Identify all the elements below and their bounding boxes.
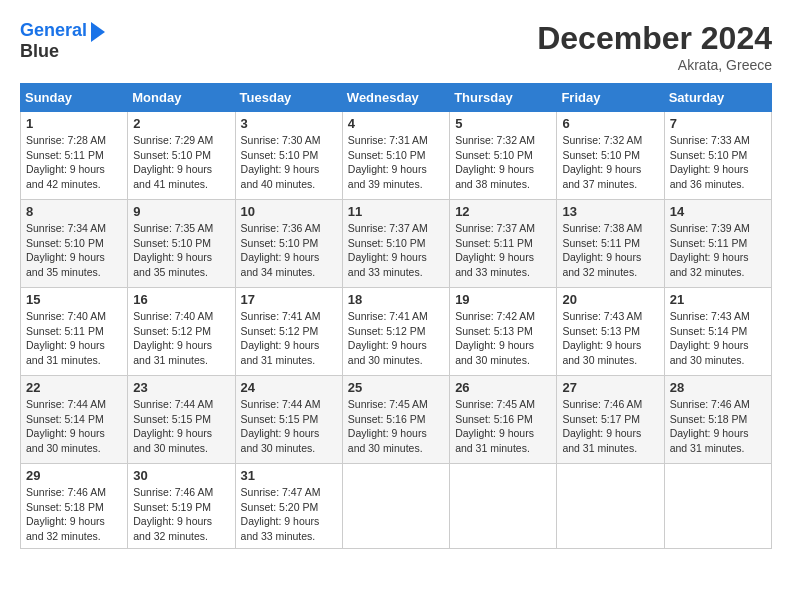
day-number: 27 <box>562 380 658 395</box>
day-number: 4 <box>348 116 444 131</box>
cell-sun-info: Sunrise: 7:29 AMSunset: 5:10 PMDaylight:… <box>133 133 229 192</box>
cell-sun-info: Sunrise: 7:41 AMSunset: 5:12 PMDaylight:… <box>348 309 444 368</box>
cell-sun-info: Sunrise: 7:32 AMSunset: 5:10 PMDaylight:… <box>562 133 658 192</box>
calendar-cell: 10Sunrise: 7:36 AMSunset: 5:10 PMDayligh… <box>235 200 342 288</box>
month-title: December 2024 <box>537 20 772 57</box>
calendar-week-row: 29Sunrise: 7:46 AMSunset: 5:18 PMDayligh… <box>21 464 772 549</box>
calendar-cell: 18Sunrise: 7:41 AMSunset: 5:12 PMDayligh… <box>342 288 449 376</box>
col-header-wednesday: Wednesday <box>342 84 449 112</box>
logo-text: General <box>20 21 87 41</box>
calendar-cell: 15Sunrise: 7:40 AMSunset: 5:11 PMDayligh… <box>21 288 128 376</box>
calendar-week-row: 22Sunrise: 7:44 AMSunset: 5:14 PMDayligh… <box>21 376 772 464</box>
cell-sun-info: Sunrise: 7:47 AMSunset: 5:20 PMDaylight:… <box>241 485 337 544</box>
cell-sun-info: Sunrise: 7:40 AMSunset: 5:12 PMDaylight:… <box>133 309 229 368</box>
cell-sun-info: Sunrise: 7:45 AMSunset: 5:16 PMDaylight:… <box>455 397 551 456</box>
day-number: 18 <box>348 292 444 307</box>
day-number: 8 <box>26 204 122 219</box>
day-number: 14 <box>670 204 766 219</box>
calendar-cell: 3Sunrise: 7:30 AMSunset: 5:10 PMDaylight… <box>235 112 342 200</box>
day-number: 15 <box>26 292 122 307</box>
cell-sun-info: Sunrise: 7:44 AMSunset: 5:15 PMDaylight:… <box>241 397 337 456</box>
cell-sun-info: Sunrise: 7:44 AMSunset: 5:15 PMDaylight:… <box>133 397 229 456</box>
col-header-saturday: Saturday <box>664 84 771 112</box>
cell-sun-info: Sunrise: 7:34 AMSunset: 5:10 PMDaylight:… <box>26 221 122 280</box>
col-header-monday: Monday <box>128 84 235 112</box>
logo: General Blue <box>20 20 105 62</box>
day-number: 20 <box>562 292 658 307</box>
day-number: 23 <box>133 380 229 395</box>
day-number: 28 <box>670 380 766 395</box>
day-number: 25 <box>348 380 444 395</box>
day-number: 3 <box>241 116 337 131</box>
calendar-cell: 29Sunrise: 7:46 AMSunset: 5:18 PMDayligh… <box>21 464 128 549</box>
col-header-tuesday: Tuesday <box>235 84 342 112</box>
calendar-cell <box>450 464 557 549</box>
calendar-cell: 6Sunrise: 7:32 AMSunset: 5:10 PMDaylight… <box>557 112 664 200</box>
col-header-friday: Friday <box>557 84 664 112</box>
cell-sun-info: Sunrise: 7:45 AMSunset: 5:16 PMDaylight:… <box>348 397 444 456</box>
day-number: 13 <box>562 204 658 219</box>
title-block: December 2024 Akrata, Greece <box>537 20 772 73</box>
calendar-cell: 5Sunrise: 7:32 AMSunset: 5:10 PMDaylight… <box>450 112 557 200</box>
calendar-cell: 31Sunrise: 7:47 AMSunset: 5:20 PMDayligh… <box>235 464 342 549</box>
calendar-cell: 20Sunrise: 7:43 AMSunset: 5:13 PMDayligh… <box>557 288 664 376</box>
cell-sun-info: Sunrise: 7:46 AMSunset: 5:19 PMDaylight:… <box>133 485 229 544</box>
calendar-cell: 13Sunrise: 7:38 AMSunset: 5:11 PMDayligh… <box>557 200 664 288</box>
calendar-cell: 25Sunrise: 7:45 AMSunset: 5:16 PMDayligh… <box>342 376 449 464</box>
cell-sun-info: Sunrise: 7:37 AMSunset: 5:10 PMDaylight:… <box>348 221 444 280</box>
day-number: 31 <box>241 468 337 483</box>
day-number: 5 <box>455 116 551 131</box>
calendar-cell: 17Sunrise: 7:41 AMSunset: 5:12 PMDayligh… <box>235 288 342 376</box>
cell-sun-info: Sunrise: 7:35 AMSunset: 5:10 PMDaylight:… <box>133 221 229 280</box>
cell-sun-info: Sunrise: 7:46 AMSunset: 5:17 PMDaylight:… <box>562 397 658 456</box>
calendar-cell: 26Sunrise: 7:45 AMSunset: 5:16 PMDayligh… <box>450 376 557 464</box>
cell-sun-info: Sunrise: 7:33 AMSunset: 5:10 PMDaylight:… <box>670 133 766 192</box>
calendar-cell <box>557 464 664 549</box>
calendar-cell: 9Sunrise: 7:35 AMSunset: 5:10 PMDaylight… <box>128 200 235 288</box>
cell-sun-info: Sunrise: 7:41 AMSunset: 5:12 PMDaylight:… <box>241 309 337 368</box>
page-header: General Blue December 2024 Akrata, Greec… <box>20 20 772 73</box>
calendar-cell: 23Sunrise: 7:44 AMSunset: 5:15 PMDayligh… <box>128 376 235 464</box>
cell-sun-info: Sunrise: 7:46 AMSunset: 5:18 PMDaylight:… <box>670 397 766 456</box>
calendar-cell: 24Sunrise: 7:44 AMSunset: 5:15 PMDayligh… <box>235 376 342 464</box>
calendar-cell <box>342 464 449 549</box>
cell-sun-info: Sunrise: 7:39 AMSunset: 5:11 PMDaylight:… <box>670 221 766 280</box>
cell-sun-info: Sunrise: 7:38 AMSunset: 5:11 PMDaylight:… <box>562 221 658 280</box>
calendar-cell: 11Sunrise: 7:37 AMSunset: 5:10 PMDayligh… <box>342 200 449 288</box>
calendar-header-row: SundayMondayTuesdayWednesdayThursdayFrid… <box>21 84 772 112</box>
day-number: 1 <box>26 116 122 131</box>
cell-sun-info: Sunrise: 7:46 AMSunset: 5:18 PMDaylight:… <box>26 485 122 544</box>
logo-arrow-icon <box>91 22 105 42</box>
cell-sun-info: Sunrise: 7:37 AMSunset: 5:11 PMDaylight:… <box>455 221 551 280</box>
day-number: 12 <box>455 204 551 219</box>
location-text: Akrata, Greece <box>537 57 772 73</box>
cell-sun-info: Sunrise: 7:43 AMSunset: 5:13 PMDaylight:… <box>562 309 658 368</box>
day-number: 6 <box>562 116 658 131</box>
cell-sun-info: Sunrise: 7:40 AMSunset: 5:11 PMDaylight:… <box>26 309 122 368</box>
calendar-cell: 12Sunrise: 7:37 AMSunset: 5:11 PMDayligh… <box>450 200 557 288</box>
day-number: 19 <box>455 292 551 307</box>
cell-sun-info: Sunrise: 7:31 AMSunset: 5:10 PMDaylight:… <box>348 133 444 192</box>
cell-sun-info: Sunrise: 7:32 AMSunset: 5:10 PMDaylight:… <box>455 133 551 192</box>
day-number: 21 <box>670 292 766 307</box>
logo-subtext: Blue <box>20 42 59 62</box>
day-number: 16 <box>133 292 229 307</box>
calendar-week-row: 15Sunrise: 7:40 AMSunset: 5:11 PMDayligh… <box>21 288 772 376</box>
day-number: 22 <box>26 380 122 395</box>
day-number: 17 <box>241 292 337 307</box>
calendar-cell: 8Sunrise: 7:34 AMSunset: 5:10 PMDaylight… <box>21 200 128 288</box>
cell-sun-info: Sunrise: 7:30 AMSunset: 5:10 PMDaylight:… <box>241 133 337 192</box>
day-number: 30 <box>133 468 229 483</box>
day-number: 7 <box>670 116 766 131</box>
col-header-sunday: Sunday <box>21 84 128 112</box>
col-header-thursday: Thursday <box>450 84 557 112</box>
calendar-cell <box>664 464 771 549</box>
day-number: 26 <box>455 380 551 395</box>
day-number: 29 <box>26 468 122 483</box>
calendar-cell: 4Sunrise: 7:31 AMSunset: 5:10 PMDaylight… <box>342 112 449 200</box>
calendar-cell: 19Sunrise: 7:42 AMSunset: 5:13 PMDayligh… <box>450 288 557 376</box>
cell-sun-info: Sunrise: 7:44 AMSunset: 5:14 PMDaylight:… <box>26 397 122 456</box>
day-number: 9 <box>133 204 229 219</box>
calendar-week-row: 1Sunrise: 7:28 AMSunset: 5:11 PMDaylight… <box>21 112 772 200</box>
day-number: 2 <box>133 116 229 131</box>
